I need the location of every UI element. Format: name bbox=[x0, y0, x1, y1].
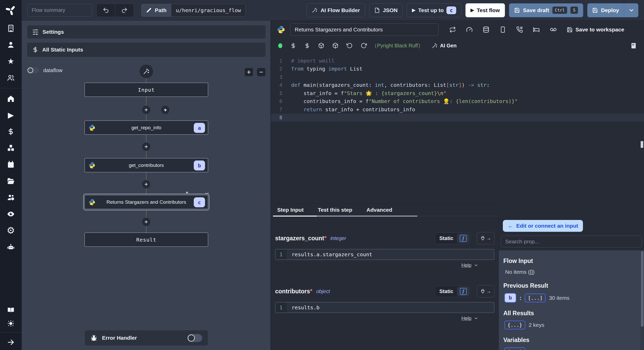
error-handler-toggle[interactable] bbox=[187, 334, 202, 342]
test-flow-button[interactable]: ▶ Test flow bbox=[465, 3, 505, 17]
theme-sun-icon[interactable] bbox=[0, 317, 22, 330]
tab-step-input[interactable]: Step Input bbox=[277, 207, 304, 213]
settings-gear-icon[interactable]: ⚙ bbox=[0, 222, 22, 239]
array-expand-badge[interactable]: [...] bbox=[525, 294, 546, 302]
step-title-input[interactable] bbox=[290, 23, 438, 36]
help-link[interactable]: Help bbox=[461, 262, 478, 268]
tab-advanced[interactable]: Advanced bbox=[366, 207, 392, 213]
retries-repeat-icon[interactable] bbox=[449, 26, 456, 33]
suspend-phone-incoming-icon[interactable] bbox=[516, 26, 523, 33]
json-button[interactable]: JSON bbox=[369, 3, 403, 17]
docs-book-icon[interactable] bbox=[0, 303, 22, 317]
edit-or-connect-button[interactable]: ← Edit or connect an input bbox=[503, 220, 583, 232]
mode-javascript-button[interactable]: f bbox=[457, 234, 470, 243]
docs-book-icon[interactable] bbox=[630, 42, 637, 49]
ai-flow-builder-button[interactable]: AI Flow Builder bbox=[307, 3, 365, 17]
early-stop-gauge-icon[interactable] bbox=[466, 26, 473, 33]
test-up-to-button[interactable]: ▶ Test up to c bbox=[407, 3, 461, 17]
ai-robot-icon[interactable] bbox=[0, 239, 22, 255]
static-inputs-dollar-icon[interactable] bbox=[290, 43, 296, 49]
ai-gen-button[interactable]: AI Gen bbox=[432, 43, 456, 49]
zoom-out-button[interactable] bbox=[257, 68, 266, 76]
path-value[interactable]: u/henri/gracious_flow bbox=[171, 4, 246, 16]
windmill-logo[interactable] bbox=[0, 0, 22, 20]
undo-button[interactable] bbox=[97, 4, 115, 17]
result-node[interactable]: Result bbox=[84, 233, 208, 247]
reload-refresh-cw-icon[interactable] bbox=[361, 42, 367, 49]
step-node-a[interactable]: get_repo_info a bbox=[84, 121, 208, 135]
home-icon[interactable] bbox=[0, 90, 22, 107]
code-line[interactable]: 1# import wmill bbox=[271, 57, 644, 65]
all-static-inputs-button[interactable]: All Static Inputs bbox=[27, 42, 266, 57]
connect-input-plug-button[interactable]: → bbox=[477, 285, 494, 297]
input-node[interactable]: Input bbox=[84, 83, 208, 97]
add-step-button[interactable] bbox=[142, 180, 151, 189]
workspace-building-icon[interactable] bbox=[0, 20, 22, 37]
flow-settings-button[interactable]: Settings bbox=[27, 25, 266, 39]
resources-boxes-icon[interactable] bbox=[0, 140, 22, 156]
code-line[interactable]: 5 star_info = f"Stars 🌟 : {stargazers_co… bbox=[271, 89, 644, 97]
workers-users-gear-icon[interactable] bbox=[0, 189, 22, 206]
smartphone-icon[interactable] bbox=[499, 26, 506, 33]
object-expand-badge[interactable]: {...} bbox=[504, 321, 525, 329]
mode-static-button[interactable]: Static bbox=[436, 235, 457, 241]
error-handler-card[interactable]: Error Handler bbox=[84, 330, 208, 346]
reset-rotate-ccw-icon[interactable] bbox=[346, 42, 353, 49]
groups-users-icon[interactable] bbox=[0, 70, 22, 86]
add-step-button[interactable] bbox=[142, 217, 151, 226]
audit-eye-icon[interactable] bbox=[0, 206, 22, 222]
editor-scrollbar-thumb[interactable] bbox=[641, 141, 643, 148]
mode-static-button[interactable]: Static bbox=[436, 288, 457, 294]
cache-database-icon[interactable] bbox=[483, 26, 489, 33]
result-key-badge[interactable]: b bbox=[504, 293, 516, 303]
help-row: Help bbox=[275, 315, 494, 321]
package-icon[interactable] bbox=[318, 42, 324, 49]
tabs-scrollbar-thumb[interactable] bbox=[317, 216, 417, 217]
save-draft-button[interactable]: Save draft Ctrl S bbox=[509, 3, 583, 17]
props-scrollbar-thumb[interactable] bbox=[641, 251, 643, 327]
connect-input-plug-button[interactable]: → bbox=[477, 232, 494, 244]
runs-play-icon[interactable]: ▶ bbox=[0, 107, 22, 123]
expression-input-contributors[interactable]: 1 results.b bbox=[275, 302, 494, 313]
code-line[interactable]: 4def main(stargazers_count: int, contrib… bbox=[271, 81, 644, 89]
flow-graph-canvas[interactable]: dataflow Input get_repo_info bbox=[22, 61, 270, 350]
path-field[interactable]: Path u/henri/gracious_flow bbox=[141, 4, 246, 17]
save-to-workspace-button[interactable]: Save to workspace bbox=[567, 27, 624, 33]
flow-summary-input[interactable] bbox=[27, 4, 92, 17]
sleep-bed-icon[interactable] bbox=[533, 26, 540, 33]
undo-redo-group bbox=[96, 4, 134, 17]
object-expand-badge[interactable]: {...} bbox=[504, 347, 525, 350]
code-line[interactable]: 8 bbox=[271, 114, 644, 122]
user-icon[interactable] bbox=[0, 37, 22, 53]
code-editor[interactable]: 1# import wmill2from typing import List3… bbox=[271, 53, 644, 122]
step-node-b[interactable]: get_contributors b bbox=[84, 158, 208, 172]
tab-test-this-step[interactable]: Test this step bbox=[318, 207, 352, 213]
mode-javascript-button[interactable]: f bbox=[457, 287, 470, 296]
code-line[interactable]: 7 return star_info + contributors_info bbox=[271, 105, 644, 114]
schedules-calendar-icon[interactable] bbox=[0, 156, 22, 173]
package-icon[interactable] bbox=[332, 42, 338, 49]
code-line[interactable]: 6 contributors_info = f"Number of contri… bbox=[271, 97, 644, 106]
deploy-button[interactable]: Deploy bbox=[587, 3, 624, 17]
ai-builder-node-button[interactable] bbox=[139, 64, 154, 79]
step-node-c-selected[interactable]: Returns Stargazers and Contributors c bbox=[84, 195, 208, 209]
search-prop-input[interactable] bbox=[501, 236, 642, 247]
variables-dollar-icon[interactable] bbox=[0, 123, 22, 140]
add-step-button[interactable] bbox=[142, 105, 151, 114]
mock-voicemail-icon[interactable] bbox=[550, 26, 557, 33]
zoom-in-button[interactable] bbox=[244, 68, 253, 76]
dataflow-toggle[interactable] bbox=[27, 67, 39, 73]
redo-button[interactable] bbox=[115, 4, 134, 17]
props-scrollbar[interactable] bbox=[640, 250, 644, 350]
variables-dollar-icon[interactable] bbox=[304, 43, 310, 49]
code-line[interactable]: 3 bbox=[271, 73, 644, 81]
code-line[interactable]: 2from typing import List bbox=[271, 65, 644, 73]
folders-icon[interactable] bbox=[0, 173, 22, 189]
expression-input-stargazers[interactable]: 1 results.a.stargazers_count bbox=[275, 249, 494, 260]
favorites-star-icon[interactable]: ★ bbox=[0, 53, 22, 70]
help-link[interactable]: Help bbox=[461, 315, 478, 321]
expand-sidebar-arrow-icon[interactable] bbox=[0, 335, 22, 350]
deploy-options-button[interactable] bbox=[624, 3, 638, 17]
add-step-button[interactable] bbox=[142, 142, 151, 151]
add-trigger-bolt-button[interactable] bbox=[161, 105, 170, 114]
